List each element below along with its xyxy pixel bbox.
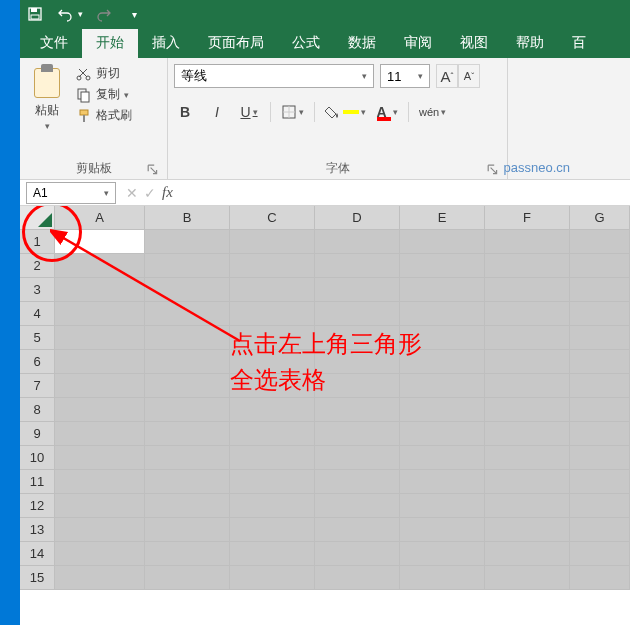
cell[interactable] [570, 302, 630, 326]
save-icon[interactable] [26, 5, 44, 23]
cell[interactable] [55, 542, 145, 566]
phonetic-button[interactable]: wén▾ [419, 106, 446, 118]
column-header[interactable]: F [485, 206, 570, 230]
redo-icon[interactable] [95, 5, 113, 23]
column-header[interactable]: D [315, 206, 400, 230]
row-header[interactable]: 9 [20, 422, 55, 446]
tab-extra[interactable]: 百 [558, 29, 600, 58]
column-header[interactable]: G [570, 206, 630, 230]
cell[interactable] [570, 398, 630, 422]
dialog-launcher-icon[interactable] [487, 164, 499, 176]
cell[interactable] [400, 518, 485, 542]
cell[interactable] [570, 446, 630, 470]
cell[interactable] [485, 422, 570, 446]
cell[interactable] [315, 518, 400, 542]
cell[interactable] [145, 566, 230, 590]
cell[interactable] [570, 350, 630, 374]
cell[interactable] [230, 398, 315, 422]
cell[interactable] [230, 494, 315, 518]
decrease-font-button[interactable]: Aˇ [458, 64, 480, 88]
cell[interactable] [145, 422, 230, 446]
cell[interactable] [485, 278, 570, 302]
cell[interactable] [145, 494, 230, 518]
tab-view[interactable]: 视图 [446, 29, 502, 58]
cell[interactable] [145, 446, 230, 470]
row-header[interactable]: 13 [20, 518, 55, 542]
cell[interactable] [315, 470, 400, 494]
cell[interactable] [570, 542, 630, 566]
copy-button[interactable]: 复制▾ [72, 85, 136, 104]
fx-button[interactable]: fx [162, 184, 173, 201]
cell[interactable] [315, 422, 400, 446]
font-color-button[interactable]: A▾ [376, 103, 398, 121]
undo-dropdown-icon[interactable]: ▾ [78, 9, 83, 19]
row-header[interactable]: 8 [20, 398, 55, 422]
cell[interactable] [570, 494, 630, 518]
cell[interactable] [485, 254, 570, 278]
cell[interactable] [400, 494, 485, 518]
undo-icon[interactable] [56, 5, 74, 23]
tab-formula[interactable]: 公式 [278, 29, 334, 58]
cell[interactable] [485, 302, 570, 326]
cell[interactable] [570, 254, 630, 278]
cell[interactable] [485, 230, 570, 254]
increase-font-button[interactable]: Aˆ [436, 64, 458, 88]
cell[interactable] [55, 422, 145, 446]
cell[interactable] [570, 518, 630, 542]
cell[interactable] [400, 302, 485, 326]
cell[interactable] [55, 446, 145, 470]
row-header[interactable]: 12 [20, 494, 55, 518]
format-painter-button[interactable]: 格式刷 [72, 106, 136, 125]
cell[interactable] [400, 470, 485, 494]
row-header[interactable]: 10 [20, 446, 55, 470]
name-box[interactable]: A1▾ [26, 182, 116, 204]
cell[interactable] [55, 374, 145, 398]
cell[interactable] [230, 566, 315, 590]
tab-help[interactable]: 帮助 [502, 29, 558, 58]
cell[interactable] [230, 470, 315, 494]
cell[interactable] [570, 470, 630, 494]
cut-button[interactable]: 剪切 [72, 64, 136, 83]
cell[interactable] [230, 422, 315, 446]
cell[interactable] [145, 542, 230, 566]
cell[interactable] [55, 470, 145, 494]
cell[interactable] [570, 374, 630, 398]
cell[interactable] [400, 398, 485, 422]
cell[interactable] [485, 398, 570, 422]
cell[interactable] [485, 446, 570, 470]
cell[interactable] [55, 398, 145, 422]
paste-button[interactable]: 粘贴 ▾ [26, 62, 68, 157]
cell[interactable] [485, 542, 570, 566]
italic-button[interactable]: I [206, 104, 228, 120]
cell[interactable] [55, 566, 145, 590]
cell[interactable] [315, 278, 400, 302]
cell[interactable] [485, 374, 570, 398]
cell[interactable] [400, 278, 485, 302]
font-name-select[interactable]: 等线▾ [174, 64, 374, 88]
cell[interactable] [485, 494, 570, 518]
underline-button[interactable]: U▾ [238, 104, 260, 120]
cell[interactable] [570, 326, 630, 350]
tab-home[interactable]: 开始 [82, 29, 138, 58]
tab-data[interactable]: 数据 [334, 29, 390, 58]
cell[interactable] [400, 542, 485, 566]
cell[interactable] [400, 446, 485, 470]
cell[interactable] [485, 350, 570, 374]
cell[interactable] [485, 566, 570, 590]
cell[interactable] [230, 446, 315, 470]
row-header[interactable]: 14 [20, 542, 55, 566]
cell[interactable] [145, 374, 230, 398]
cell[interactable] [315, 494, 400, 518]
cell[interactable] [485, 518, 570, 542]
qat-customize-icon[interactable]: ▾ [125, 5, 143, 23]
row-header[interactable]: 11 [20, 470, 55, 494]
cell[interactable] [230, 518, 315, 542]
cell[interactable] [315, 398, 400, 422]
cell[interactable] [400, 230, 485, 254]
tab-file[interactable]: 文件 [26, 29, 82, 58]
dialog-launcher-icon[interactable] [147, 164, 159, 176]
fill-color-button[interactable]: ▾ [325, 105, 366, 119]
cell[interactable] [145, 518, 230, 542]
cell[interactable] [315, 230, 400, 254]
cell[interactable] [570, 422, 630, 446]
